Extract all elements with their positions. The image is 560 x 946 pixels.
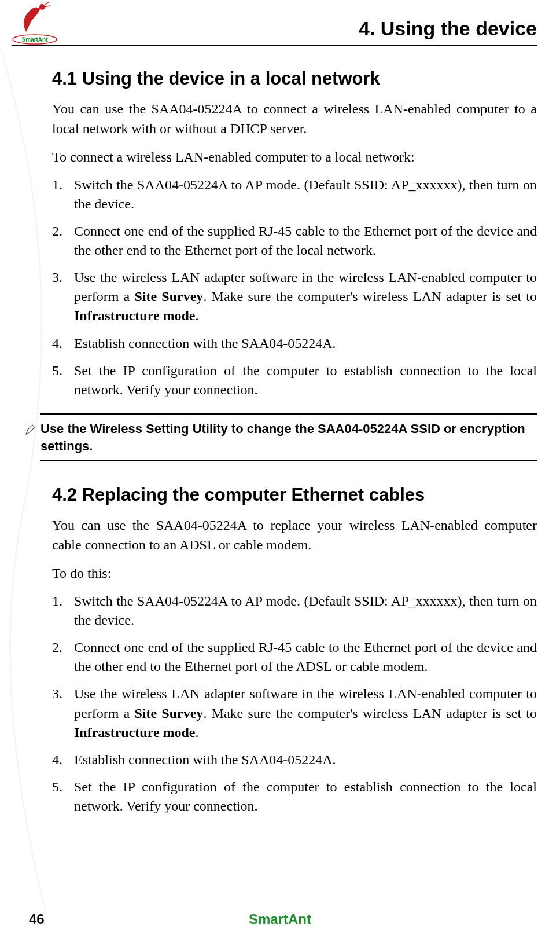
note-pen-icon: [24, 424, 37, 437]
section-4-1-lead: To connect a wireless LAN-enabled comput…: [52, 148, 537, 167]
step-item: Use the wireless LAN adapter software in…: [52, 268, 537, 325]
note-text: Use the Wireless Setting Utility to chan…: [40, 420, 537, 454]
page-header: SmartAnt 4. Using the device: [12, 0, 537, 46]
section-4-2-lead: To do this:: [52, 564, 537, 584]
step-item: Connect one end of the supplied RJ-45 ca…: [52, 222, 537, 260]
footer-brand: SmartAnt: [249, 911, 311, 927]
note-box: Use the Wireless Setting Utility to chan…: [40, 413, 537, 461]
step-item: Set the IP configuration of the computer…: [52, 778, 537, 816]
page-content: 4.1 Using the device in a local network …: [0, 46, 560, 816]
page-number: 46: [29, 911, 45, 927]
step-item: Connect one end of the supplied RJ-45 ca…: [52, 638, 537, 676]
section-4-1-steps: Switch the SAA04-05224A to AP mode. (Def…: [52, 175, 537, 399]
step-item: Set the IP configuration of the computer…: [52, 361, 537, 399]
smartant-logo: SmartAnt: [9, 0, 61, 45]
section-4-2-steps: Switch the SAA04-05224A to AP mode. (Def…: [52, 592, 537, 816]
step-item: Use the wireless LAN adapter software in…: [52, 684, 537, 742]
step-item: Switch the SAA04-05224A to AP mode. (Def…: [52, 175, 537, 214]
page-footer: 46 SmartAnt: [23, 905, 537, 927]
section-4-2-intro: You can use the SAA04-05224A to replace …: [52, 516, 537, 555]
section-4-2-heading: 4.2 Replacing the computer Ethernet cabl…: [52, 485, 537, 505]
svg-text:SmartAnt: SmartAnt: [21, 36, 48, 43]
chapter-title: 4. Using the device: [359, 17, 537, 40]
section-4-1-heading: 4.1 Using the device in a local network: [52, 68, 537, 89]
step-item: Establish connection with the SAA04-0522…: [52, 750, 537, 769]
section-4-1-intro: You can use the SAA04-05224A to connect …: [52, 100, 537, 138]
step-item: Switch the SAA04-05224A to AP mode. (Def…: [52, 592, 537, 630]
step-item: Establish connection with the SAA04-0522…: [52, 334, 537, 353]
